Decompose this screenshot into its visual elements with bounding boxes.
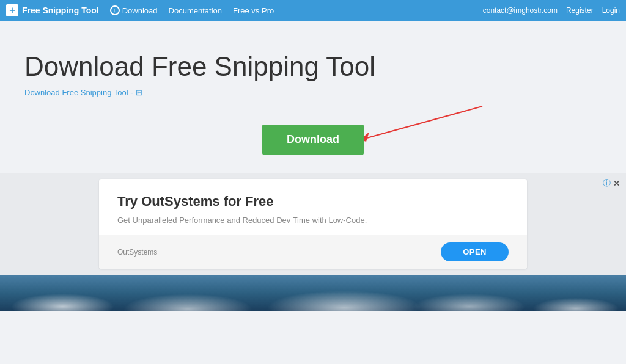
navbar-left: + Free Snipping Tool ↓ Download Document… [6, 4, 274, 16]
brand-plus-icon: + [9, 5, 15, 15]
download-button[interactable]: Download [262, 125, 364, 155]
cloud-decoration [0, 287, 626, 311]
register-link[interactable]: Register [566, 6, 594, 15]
ad-info-icon[interactable]: ⓘ [603, 178, 611, 189]
navbar: + Free Snipping Tool ↓ Download Document… [0, 0, 626, 21]
breadcrumb-link[interactable]: Download Free Snipping Tool - ⊞ [24, 88, 602, 97]
ad-open-button[interactable]: OPEN [441, 242, 509, 261]
navbar-right: contact@imghostr.com Register Login [483, 6, 620, 15]
brand-label: Free Snipping Tool [22, 5, 99, 15]
breadcrumb-text: Download Free Snipping Tool - [24, 88, 133, 97]
brand-icon: + [6, 4, 18, 16]
ad-description: Get Unparalleled Performance and Reduced… [117, 216, 509, 225]
download-area: Download [24, 125, 602, 155]
bottom-image-strip [0, 275, 626, 311]
page-title: Download Free Snipping Tool [24, 51, 602, 82]
ad-card-body: Try OutSystems for Free Get Unparalleled… [99, 179, 527, 235]
ad-section: ⓘ ✕ Try OutSystems for Free Get Unparall… [0, 173, 626, 275]
ad-title: Try OutSystems for Free [117, 194, 509, 209]
ad-card-footer: OutSystems OPEN [99, 235, 527, 269]
svg-line-0 [360, 106, 482, 140]
login-link[interactable]: Login [602, 6, 620, 15]
ad-close-button[interactable]: ✕ [613, 179, 620, 188]
nav-freevspro-label: Free vs Pro [233, 6, 274, 15]
nav-download-link[interactable]: ↓ Download [110, 5, 158, 15]
nav-freevspro-link[interactable]: Free vs Pro [233, 6, 274, 15]
ad-source-label: OutSystems [117, 248, 157, 257]
contact-email[interactable]: contact@imghostr.com [483, 6, 558, 15]
nav-documentation-label: Documentation [169, 6, 222, 15]
brand-link[interactable]: + Free Snipping Tool [6, 4, 99, 16]
download-circle-icon: ↓ [110, 5, 120, 15]
section-divider [24, 106, 602, 106]
nav-download-label: Download [122, 6, 158, 15]
nav-documentation-link[interactable]: Documentation [169, 6, 222, 15]
main-content: Download Free Snipping Tool Download Fre… [0, 21, 626, 155]
windows-icon: ⊞ [136, 88, 142, 97]
ad-controls: ⓘ ✕ [603, 178, 620, 189]
ad-card: Try OutSystems for Free Get Unparalleled… [99, 179, 527, 269]
